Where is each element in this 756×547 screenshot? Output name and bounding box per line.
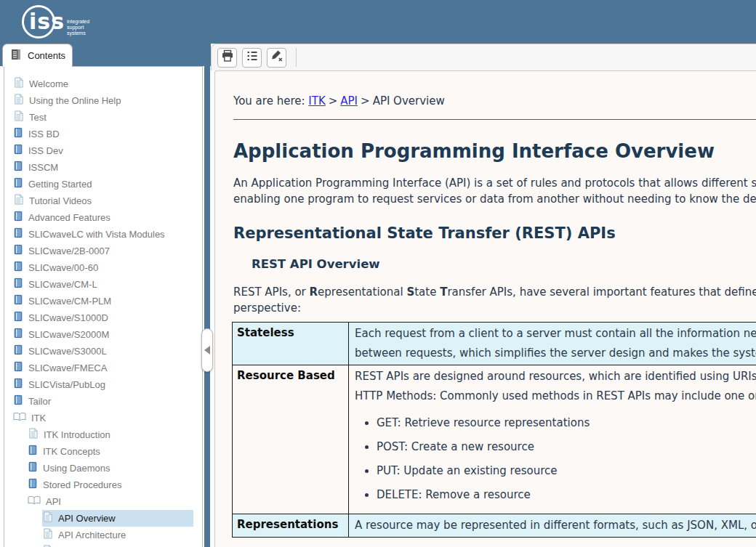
closed-book-icon: [13, 127, 23, 141]
tab-contents[interactable]: Contents: [2, 44, 73, 67]
print-button[interactable]: [217, 48, 237, 68]
logo-text: iss: [29, 9, 65, 34]
sidebar-splitter[interactable]: [204, 66, 210, 547]
closed-book-icon: [13, 227, 23, 241]
feature-description-cell: REST APIs are designed around resources,…: [349, 365, 756, 514]
sidebar-item-api[interactable]: API: [28, 493, 193, 510]
sidebar-item-itk[interactable]: ITK: [13, 410, 193, 426]
feature-name-cell: Resource Based: [233, 365, 349, 514]
toolbar: [211, 44, 756, 70]
sidebar-item-iss-dev[interactable]: ISS Dev: [13, 142, 193, 159]
sidebar-item-test[interactable]: Test: [13, 109, 193, 126]
sidebar-item-slicvista-publog[interactable]: SLICVista/PubLog: [13, 376, 193, 393]
closed-book-icon: [13, 294, 23, 308]
sidebar-item-label: ISS BD: [28, 129, 60, 139]
page-icon: [13, 194, 24, 208]
sidebar-item-welcome[interactable]: Welcome: [13, 76, 193, 92]
sidebar-item-isscm[interactable]: ISSCM: [13, 159, 193, 176]
closed-book-icon: [13, 328, 23, 341]
intro-paragraph: An Application Programming Interface (AP…: [233, 175, 756, 207]
open-book-icon: [28, 495, 41, 508]
feature-description-line: between requests, which simplifies the s…: [355, 344, 756, 363]
feature-description-cell: A resource may be represented in differe…: [349, 514, 756, 538]
sidebar-item-tailor[interactable]: Tailor: [13, 393, 193, 410]
sidebar-item-label: SLICwave/S1000D: [28, 312, 108, 323]
page-icon: [42, 511, 53, 525]
sidebar-item-label: ITK Introduction: [44, 429, 110, 440]
sidebar-item-slicwave-cm-plm[interactable]: SLICwave/CM-PLM: [13, 293, 193, 309]
remove-highlights-button[interactable]: [267, 48, 286, 68]
sidebar-item-slicwave-2b-0007[interactable]: SLICwave/2B-0007: [13, 243, 193, 259]
closed-book-icon: [13, 261, 23, 275]
sidebar-item-api-architecture[interactable]: API Architecture: [42, 527, 193, 543]
sidebar-item-slicwave-00-60[interactable]: SLICwave/00-60: [13, 259, 193, 276]
rest-section-heading: Representational State Transfer (REST) A…: [233, 224, 756, 242]
logo-tagline: integratedsupportsystems: [67, 19, 89, 36]
sidebar-item-api-overview[interactable]: API Overview: [42, 510, 193, 527]
sidebar-item-label: SLICwave/S3000L: [28, 346, 107, 357]
sidebar-item-label: API: [46, 496, 61, 507]
sidebar-item-label: ISS Dev: [28, 145, 63, 156]
pen-remove-icon: [270, 49, 284, 66]
closed-book-icon: [13, 211, 23, 224]
content-panel: You are here: ITK>API>API Overview Appli…: [214, 70, 756, 547]
closed-book-icon: [13, 144, 23, 158]
breadcrumb-current: API Overview: [373, 94, 445, 108]
sidebar-item-itk-concepts[interactable]: ITK Concepts: [28, 443, 193, 460]
app-header: iss integratedsupportsystems: [0, 0, 756, 44]
sidebar-collapse-handle[interactable]: [201, 328, 213, 372]
sidebar-item-advanced-features[interactable]: Advanced Features: [13, 209, 193, 226]
sidebar-item-label: SLICwave/FMECA: [28, 362, 107, 373]
collapse-left-arrow-icon: [204, 346, 210, 354]
page-title: Application Programming Interface Overvi…: [233, 140, 756, 162]
breadcrumb-divider: [233, 119, 756, 120]
closed-book-icon: [13, 244, 23, 258]
sidebar-item-label: Stored Procedures: [43, 479, 121, 490]
feature-description-cell: Each request from a client to a server m…: [349, 323, 756, 365]
sidebar-item-iss-bd[interactable]: ISS BD: [13, 126, 193, 142]
sidebar-item-using-the-online-help[interactable]: Using the Online Help: [13, 92, 193, 109]
feature-description-line: HTTP Methods: Commonly used methods in R…: [355, 386, 756, 406]
sidebar-panel: WelcomeUsing the Online HelpTestISS BDIS…: [4, 66, 203, 547]
http-method-item: GET: Retrieve resource representations: [377, 416, 756, 431]
closed-book-icon: [28, 478, 38, 492]
http-method-item: DELETE: Remove a resource: [377, 487, 756, 503]
page-icon: [13, 110, 24, 124]
sidebar-item-slicwave-cm-l[interactable]: SLICwave/CM-L: [13, 276, 193, 293]
intro-line: enabling one program to request services…: [233, 191, 756, 207]
intro-line: An Application Programming Interface (AP…: [233, 175, 756, 191]
sidebar-item-using-daemons[interactable]: Using Daemons: [28, 460, 193, 477]
sidebar-item-slicwave-s1000d[interactable]: SLICwave/S1000D: [13, 309, 193, 326]
sidebar-item-label: Getting Started: [28, 179, 92, 190]
sidebar-item-label: Test: [29, 112, 47, 123]
sidebar-item-label: Tailor: [28, 396, 51, 407]
breadcrumb-link-api[interactable]: API: [340, 94, 358, 108]
page-icon: [42, 528, 53, 542]
sidebar-item-slicwave-s2000m[interactable]: SLICwave/S2000M: [13, 326, 193, 343]
sidebar-item-stored-procedures[interactable]: Stored Procedures: [28, 477, 193, 493]
sidebar-item-slicwavelc-with-vista-modules[interactable]: SLICwaveLC with Vista Modules: [13, 226, 193, 243]
expand-all-button[interactable]: [242, 48, 262, 68]
table-row: RepresentationsA resource may be represe…: [233, 514, 756, 538]
breadcrumb-prefix: You are here:: [233, 94, 305, 108]
sidebar-item-api-endpoint-definitions[interactable]: API Endpoint Definitions: [42, 543, 193, 547]
sidebar-item-label: Advanced Features: [28, 212, 110, 223]
closed-book-icon: [28, 461, 38, 475]
breadcrumb: You are here: ITK>API>API Overview: [233, 94, 756, 108]
sidebar-item-label: SLICwave/CM-L: [28, 279, 97, 290]
sidebar-item-label: Using Daemons: [43, 463, 110, 474]
sidebar-item-itk-introduction[interactable]: ITK Introduction: [28, 426, 193, 443]
rest-paragraph-line: perspective:: [233, 300, 756, 316]
rest-paragraph: REST APIs, or Representational State Tra…: [233, 284, 756, 316]
closed-book-icon: [13, 177, 23, 191]
sidebar-item-getting-started[interactable]: Getting Started: [13, 176, 193, 193]
printer-icon: [220, 49, 235, 66]
sidebar-item-slicwave-s3000l[interactable]: SLICwave/S3000L: [13, 343, 193, 360]
feature-name-cell: Stateless: [233, 323, 349, 365]
contents-book-icon: [10, 49, 22, 63]
sidebar-item-slicwave-fmeca[interactable]: SLICwave/FMECA: [13, 360, 193, 376]
sidebar-item-tutorial-videos[interactable]: Tutorial Videos: [13, 193, 193, 209]
closed-book-icon: [13, 161, 23, 174]
breadcrumb-link-itk[interactable]: ITK: [308, 94, 325, 108]
table-row: StatelessEach request from a client to a…: [233, 323, 756, 365]
